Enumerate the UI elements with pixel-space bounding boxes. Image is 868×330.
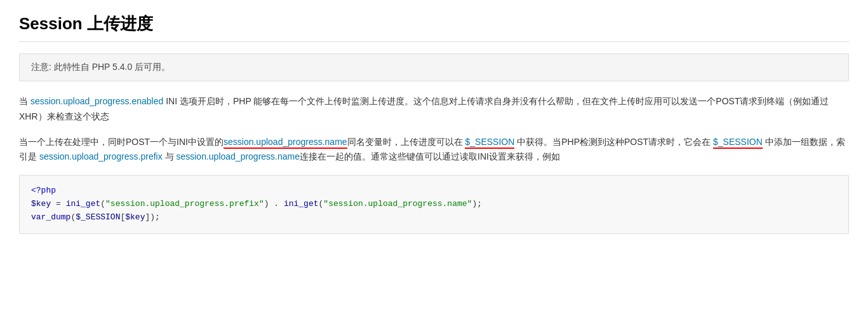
- code-block: <?php $key = ini_get("session.upload_pro…: [19, 175, 849, 233]
- para2-text-before: 当一个上传在处理中，同时POST一个与INI中设置的: [19, 137, 224, 147]
- para2-text-end: 连接在一起的值。通常这些键值可以通过读取INI设置来获得，例如: [300, 151, 560, 162]
- code-line-1: <?php: [31, 184, 837, 198]
- notice-text: 注意: 此特性自 PHP 5.4.0 后可用。: [31, 62, 170, 72]
- para2-text-middle4: 与: [163, 151, 177, 162]
- code-var-key: $key: [31, 199, 51, 209]
- page-title: Session 上传进度: [19, 13, 849, 42]
- link-session-var-1[interactable]: $_SESSION: [465, 137, 514, 149]
- paragraph-1: 当 session.upload_progress.enabled INI 选项…: [19, 94, 849, 125]
- link-session-var-2[interactable]: $_SESSION: [713, 137, 763, 149]
- code-php-tag: <?php: [31, 186, 56, 195]
- link-session-upload-progress-name-2[interactable]: session.upload_progress.name: [176, 151, 300, 162]
- link-session-upload-progress-name-1[interactable]: session.upload_progress.name: [224, 137, 347, 149]
- notice-box: 注意: 此特性自 PHP 5.4.0 后可用。: [19, 53, 849, 81]
- para2-text-middle2: 中获得。当PHP检测到这种POST请求时，它会在: [514, 137, 713, 147]
- code-line-3: var_dump($_SESSION[$key]);: [31, 211, 837, 224]
- link-session-upload-progress-enabled[interactable]: session.upload_progress.enabled: [30, 96, 163, 106]
- paragraph-2: 当一个上传在处理中，同时POST一个与INI中设置的session.upload…: [19, 135, 849, 165]
- link-session-upload-progress-prefix[interactable]: session.upload_progress.prefix: [39, 151, 163, 162]
- code-line-2: $key = ini_get("session.upload_progress.…: [31, 198, 837, 211]
- para2-text-middle1: 同名变量时，上传进度可以在: [347, 137, 465, 147]
- para1-text-before: 当: [19, 96, 30, 106]
